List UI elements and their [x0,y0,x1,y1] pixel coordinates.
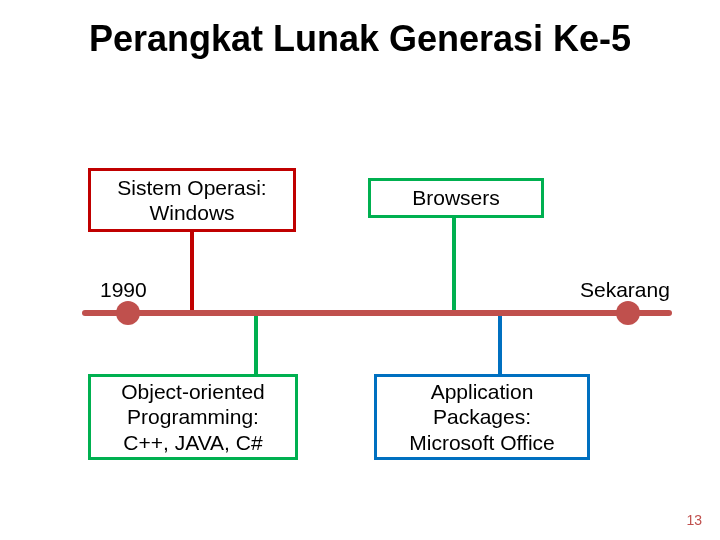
label-end: Sekarang [580,278,670,302]
timeline-dot-start [116,301,140,325]
box-app: Application Packages: Microsoft Office [374,374,590,460]
timeline-dot-end [616,301,640,325]
connector-os [190,232,194,312]
connector-oop [254,316,258,374]
connector-app [498,316,502,374]
timeline-bar [82,310,672,316]
box-os: Sistem Operasi: Windows [88,168,296,232]
connector-browsers [452,218,456,312]
box-browsers: Browsers [368,178,544,218]
page-number: 13 [686,512,702,528]
slide-title: Perangkat Lunak Generasi Ke-5 [0,18,720,60]
slide: Perangkat Lunak Generasi Ke-5 Sistem Ope… [0,0,720,540]
box-oop: Object-oriented Programming: C++, JAVA, … [88,374,298,460]
label-start: 1990 [100,278,147,302]
